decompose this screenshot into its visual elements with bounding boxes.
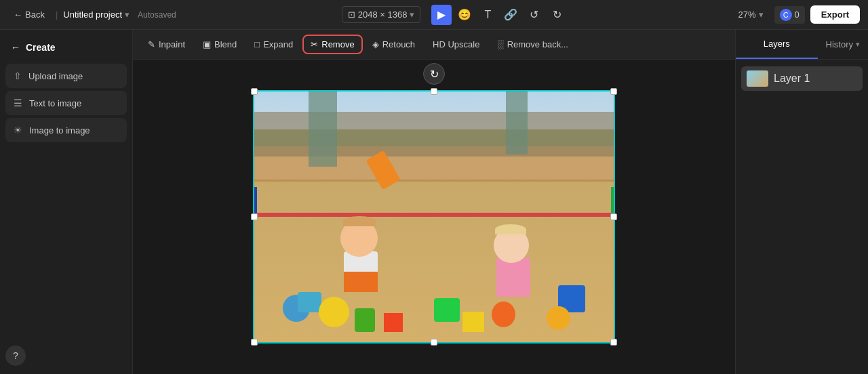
canvas-image — [254, 91, 614, 342]
dimensions-chevron: ▾ — [410, 9, 414, 20]
zoom-chevron: ▾ — [759, 9, 764, 20]
history-chevron: ▾ — [856, 40, 860, 49]
zoom-control[interactable]: 27% ▾ — [733, 7, 769, 22]
toy-yellow-right — [547, 306, 570, 330]
toy-green — [355, 308, 375, 332]
credits-icon: C — [780, 9, 792, 21]
right-sidebar: Layers History ▾ Layer 1 — [735, 30, 868, 374]
help-button[interactable]: ? — [5, 346, 26, 366]
tab-layers[interactable]: Layers — [736, 30, 818, 59]
right-tabs: Layers History ▾ — [736, 30, 868, 60]
toy-yellow-round — [319, 297, 349, 327]
remove-label: Remove — [321, 39, 354, 49]
layer-name: Layer 1 — [774, 72, 810, 85]
sidebar-item-text-to-image[interactable]: ☰ Text to image — [5, 91, 127, 115]
toy-bucket2 — [298, 292, 321, 312]
sidebar-item-upload-image[interactable]: ⇧ Upload image — [5, 64, 127, 88]
blend-btn[interactable]: ▣ Blend — [196, 36, 243, 53]
child-left-body — [344, 251, 378, 292]
text-to-image-icon: ☰ — [14, 98, 22, 108]
left-sidebar: ← Create ⇧ Upload image ☰ Text to image … — [0, 30, 133, 374]
toy-green2 — [434, 298, 460, 322]
remove-back-btn[interactable]: ░ Remove back... — [490, 36, 575, 53]
child-left-hair — [343, 216, 376, 226]
create-back-icon: ← — [11, 42, 20, 53]
handle-top-middle[interactable] — [431, 88, 437, 95]
blend-icon: ▣ — [203, 39, 211, 49]
sidebar-bottom: ? — [5, 346, 127, 366]
credits-value: 0 — [795, 9, 800, 20]
link-tool-btn[interactable]: 🔗 — [500, 5, 521, 25]
layer-item-1[interactable]: Layer 1 — [741, 66, 863, 91]
canvas-toolbar: ✎ Inpaint ▣ Blend □ Expand ✂ Remove ◈ Re… — [133, 30, 735, 60]
image-to-image-icon: ☀ — [14, 125, 22, 136]
remove-btn[interactable]: ✂ Remove — [304, 36, 361, 53]
layers-content: Layer 1 — [736, 60, 868, 98]
credits-area[interactable]: C 0 — [774, 6, 805, 24]
handle-top-right[interactable] — [610, 88, 617, 95]
resize-icon: ⊡ — [348, 9, 355, 20]
child-right-hair — [495, 224, 526, 234]
handle-top-left[interactable] — [251, 88, 258, 95]
back-button[interactable]: ← Back — [8, 7, 50, 22]
refresh-button[interactable]: ↻ — [423, 63, 445, 85]
export-button[interactable]: Export — [810, 5, 860, 24]
toy-red — [384, 313, 403, 332]
sandbox-border — [254, 187, 614, 217]
inpaint-label: Inpaint — [159, 39, 185, 49]
text-tool-btn[interactable]: T — [477, 5, 498, 25]
bg-pole1 — [309, 91, 337, 167]
zoom-value: 27% — [738, 9, 756, 20]
toy-orange-round — [492, 302, 515, 327]
child-right — [488, 215, 549, 297]
handle-bottom-left[interactable] — [251, 339, 258, 346]
inpaint-icon: ✎ — [148, 39, 155, 49]
hd-upscale-btn[interactable]: HD Upscale — [426, 36, 486, 53]
canvas-image-wrapper[interactable]: ↻ — [254, 91, 614, 342]
history-label: History — [826, 39, 853, 49]
child-right-body — [496, 257, 530, 297]
handle-bottom-right[interactable] — [610, 339, 617, 346]
select-tool-btn[interactable]: ▶ — [431, 5, 452, 25]
autosaved-label: Autosaved — [138, 10, 176, 20]
back-icon: ← — [14, 9, 22, 20]
canvas-viewport[interactable]: ↻ — [133, 60, 735, 374]
title-separator: | — [56, 9, 58, 20]
handle-middle-left[interactable] — [251, 213, 258, 220]
remove-icon: ✂ — [311, 39, 318, 49]
inpaint-btn[interactable]: ✎ Inpaint — [141, 36, 192, 53]
upload-image-label: Upload image — [28, 71, 83, 81]
handle-middle-right[interactable] — [610, 213, 617, 220]
child-left — [334, 204, 395, 292]
blend-label: Blend — [214, 39, 237, 49]
tab-history[interactable]: History ▾ — [818, 30, 868, 59]
back-label: Back — [25, 9, 45, 20]
emoji-tool-btn[interactable]: 😊 — [454, 5, 475, 25]
handle-bottom-middle[interactable] — [431, 339, 437, 346]
bg-pole2 — [506, 91, 528, 154]
toy-yellow2 — [462, 312, 484, 332]
redo-btn[interactable]: ↻ — [547, 5, 567, 25]
layers-label: Layers — [764, 39, 790, 49]
retouch-icon: ◈ — [372, 39, 379, 49]
text-to-image-label: Text to image — [29, 98, 81, 108]
retouch-label: Retouch — [382, 39, 415, 49]
canvas-content: ↻ — [254, 91, 614, 342]
remove-back-icon: ░ — [497, 39, 503, 49]
dropdown-icon: ▾ — [125, 9, 130, 20]
expand-icon: □ — [254, 39, 260, 49]
undo-btn[interactable]: ↺ — [524, 5, 544, 25]
project-title-area[interactable]: Untitled project ▾ — [63, 9, 130, 20]
image-to-image-label: Image to image — [29, 125, 90, 136]
expand-btn[interactable]: □ Expand — [248, 36, 300, 53]
tool-group: ▶ 😊 T 🔗 ↺ ↻ — [431, 5, 567, 25]
sidebar-item-image-to-image[interactable]: ☀ Image to image — [5, 118, 127, 142]
hd-upscale-label: HD Upscale — [433, 39, 479, 49]
expand-label: Expand — [263, 39, 293, 49]
dimensions-selector[interactable]: ⊡ 2048 × 1368 ▾ — [342, 6, 421, 23]
layer-thumbnail — [747, 70, 768, 87]
retouch-btn[interactable]: ◈ Retouch — [366, 36, 422, 53]
upload-image-icon: ⇧ — [14, 70, 22, 81]
remove-back-label: Remove back... — [507, 39, 568, 49]
main-layout: ← Create ⇧ Upload image ☰ Text to image … — [0, 30, 868, 374]
